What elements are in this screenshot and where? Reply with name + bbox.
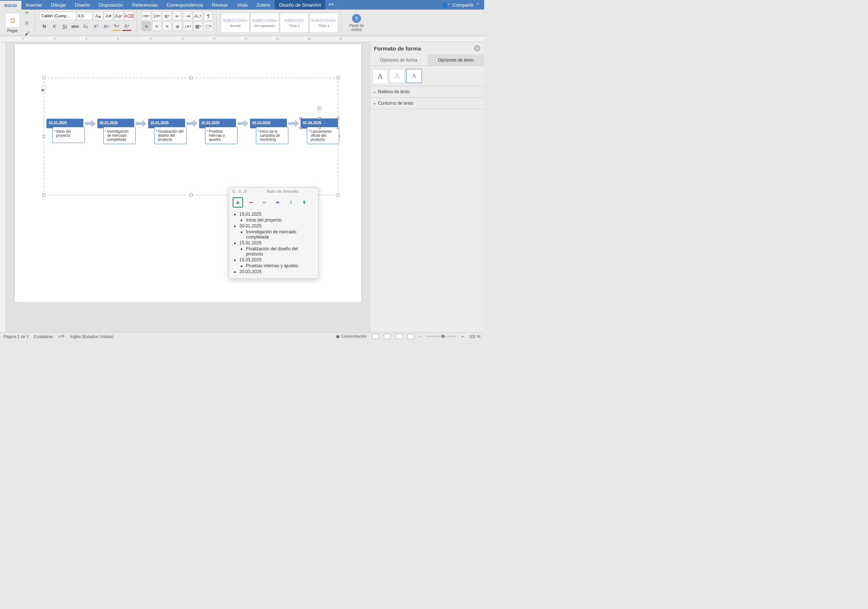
- style-normal[interactable]: AaBbCcDdEeNormal: [221, 13, 250, 33]
- resize-handle[interactable]: [299, 127, 302, 129]
- smartart-move-up-button[interactable]: ⬆: [299, 197, 309, 208]
- window-close-icon[interactable]: [232, 189, 236, 193]
- tab-disposicion[interactable]: Disposición: [95, 0, 127, 9]
- format-pane-close-button[interactable]: ×: [474, 45, 480, 52]
- increase-indent-button[interactable]: ⇥: [183, 11, 192, 21]
- zoom-slider[interactable]: [426, 336, 456, 337]
- smartart-desc[interactable]: Finalización del diseño del producto: [154, 127, 187, 144]
- document-scroll[interactable]: ▶ 15.01.2025Inicio del proyecto30.01.202…: [6, 42, 370, 332]
- resize-handle[interactable]: [42, 135, 45, 138]
- smartart-text-list[interactable]: 15.01.2025Inicio del proyecto30.01.2025I…: [229, 210, 318, 278]
- smartart-text-item[interactable]: 15.01.2025: [239, 211, 314, 217]
- styles-pane-button[interactable]: ¶ Panel de estilos: [346, 14, 367, 32]
- smartart-item[interactable]: 01.04.2025Lanzamiento oficial del produc…: [301, 119, 338, 144]
- status-language[interactable]: Inglés (Estados Unidos): [70, 334, 113, 339]
- format-tab-shape-options[interactable]: Opciones de forma: [370, 54, 427, 66]
- share-button[interactable]: 👤⁺ Compartir ⌃: [437, 0, 484, 9]
- text-effects-button[interactable]: A: [101, 22, 111, 31]
- font-family-select[interactable]: [39, 12, 76, 20]
- borders-button[interactable]: ▢: [203, 22, 213, 31]
- smartart-text-item[interactable]: Finalización del diseño del producto: [246, 246, 314, 257]
- smartart-text-item[interactable]: 15.01.2025: [239, 240, 314, 246]
- rotate-handle[interactable]: ⟳: [317, 106, 322, 111]
- resize-handle[interactable]: [337, 117, 339, 119]
- increase-font-button[interactable]: A▴: [93, 11, 103, 21]
- textbox-tab[interactable]: A: [406, 69, 422, 83]
- smartart-remove-button[interactable]: −: [246, 197, 256, 208]
- tab-dibujar[interactable]: Dibujar: [46, 0, 70, 9]
- smartart-move-down-button[interactable]: ⬇: [286, 197, 296, 208]
- sort-button[interactable]: A↓: [193, 11, 203, 21]
- resize-handle[interactable]: [42, 76, 45, 79]
- shading-button[interactable]: ▦: [193, 22, 203, 31]
- status-words[interactable]: 0 palabras: [34, 334, 53, 339]
- smartart-text-panel[interactable]: Texto de SmartArt ＋ − ⬅ ➡ ⬇ ⬆ 15.01.2025…: [229, 187, 319, 279]
- vertical-ruler[interactable]: [0, 42, 6, 332]
- tab-diseno[interactable]: Diseño: [70, 0, 94, 9]
- subscript-button[interactable]: X₂: [81, 22, 90, 31]
- tab-smartart-design[interactable]: Diseño de SmartArt: [275, 0, 325, 9]
- justify-button[interactable]: ≣: [172, 22, 182, 31]
- format-tab-text-options[interactable]: Opciones de texto: [427, 54, 485, 66]
- styles-gallery[interactable]: AaBbCcDdEeNormalAaBbCcDdEeSin espaciadoA…: [221, 13, 338, 33]
- align-right-button[interactable]: ≡: [162, 22, 172, 31]
- show-marks-button[interactable]: ¶: [203, 11, 213, 21]
- font-size-select[interactable]: [77, 12, 93, 20]
- smartart-frame[interactable]: ▶ 15.01.2025Inicio del proyecto30.01.202…: [43, 77, 338, 195]
- copy-button[interactable]: ⎘: [22, 18, 32, 28]
- decrease-indent-button[interactable]: ⇤: [172, 11, 182, 21]
- superscript-button[interactable]: X²: [91, 22, 101, 31]
- smartart-text-item[interactable]: 15.03.2025: [239, 257, 314, 263]
- zoom-out-button[interactable]: −: [419, 334, 422, 339]
- outline-view-button[interactable]: [396, 334, 402, 339]
- resize-handle[interactable]: [337, 76, 339, 79]
- section-text-outline[interactable]: ▸ Contorno de texto: [370, 98, 484, 109]
- multilevel-button[interactable]: ≣: [162, 11, 172, 21]
- resize-handle[interactable]: [319, 117, 321, 119]
- horizontal-ruler[interactable]: 246810121416182022: [0, 36, 484, 42]
- tab-referencias[interactable]: Referencias: [127, 0, 162, 9]
- zoom-in-button[interactable]: +: [461, 334, 463, 339]
- smartart-text-item[interactable]: 30.01.2025: [239, 223, 314, 229]
- tab-inicio[interactable]: Inicio: [0, 0, 22, 9]
- smartart-text-item[interactable]: Investigación de mercado completada: [246, 229, 314, 240]
- status-page[interactable]: Página 1 de 1: [4, 334, 29, 339]
- smartart-desc[interactable]: Inicio del proyecto: [53, 127, 85, 143]
- text-fill-outline-tab[interactable]: A: [372, 69, 388, 83]
- tab-vista[interactable]: Vista: [232, 0, 252, 9]
- smartart-expand-button[interactable]: ▶: [41, 85, 46, 94]
- bullets-button[interactable]: •≡: [142, 11, 151, 21]
- zoom-level[interactable]: 101 %: [469, 334, 480, 339]
- section-text-fill[interactable]: ▸ Relleno de texto: [370, 86, 484, 98]
- smartart-promote-button[interactable]: ⬅: [259, 197, 270, 208]
- bold-button[interactable]: N: [39, 22, 49, 31]
- resize-handle[interactable]: [42, 194, 45, 197]
- smartart-desc[interactable]: Investigación de mercado completada: [103, 127, 136, 144]
- smartart-item[interactable]: 20.03.2025Inicio de la campaña de market…: [250, 119, 287, 144]
- resize-handle[interactable]: [337, 194, 339, 197]
- change-case-button[interactable]: Aa: [114, 11, 124, 21]
- resize-handle[interactable]: [319, 127, 321, 129]
- smartart-panel-titlebar[interactable]: Texto de SmartArt: [229, 188, 318, 195]
- resize-handle[interactable]: [189, 76, 192, 79]
- smartart-item[interactable]: 15.01.2025Inicio del proyecto: [46, 119, 83, 143]
- tab-zotero[interactable]: Zotero: [252, 0, 275, 9]
- smartart-demote-button[interactable]: ➡: [273, 197, 283, 208]
- tab-correspondencia[interactable]: Correspondencia: [162, 0, 208, 9]
- tabs-more[interactable]: >>: [325, 0, 337, 9]
- align-center-button[interactable]: ≡: [152, 22, 161, 31]
- clear-formatting-button[interactable]: A⌫: [124, 11, 134, 21]
- window-zoom-icon[interactable]: [244, 189, 247, 193]
- smartart-text-item[interactable]: 20.03.2025: [239, 269, 314, 275]
- spellcheck-icon[interactable]: ▭✎: [58, 334, 65, 339]
- style-título-2[interactable]: AaBbCcDdEeTítulo 2: [309, 13, 338, 33]
- line-spacing-button[interactable]: ↕≡: [183, 22, 192, 31]
- paste-button[interactable]: 📋: [5, 13, 20, 28]
- underline-button[interactable]: S: [60, 22, 70, 31]
- tab-revisar[interactable]: Revisar: [208, 0, 232, 9]
- draft-view-button[interactable]: [408, 334, 414, 339]
- smartart-text-item[interactable]: Pruebas internas y ajustes: [246, 263, 314, 269]
- web-layout-view-button[interactable]: [384, 334, 391, 339]
- window-min-icon[interactable]: [238, 189, 242, 193]
- print-layout-view-button[interactable]: [372, 334, 379, 339]
